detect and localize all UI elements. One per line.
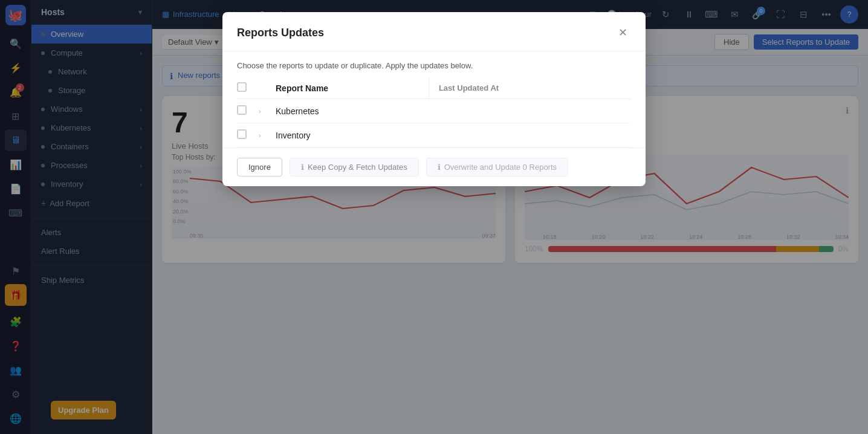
row-inventory-name: Inventory (276, 123, 429, 147)
modal-title: Reports Updates (237, 27, 324, 39)
modal-header: Reports Updates ✕ (222, 12, 646, 51)
row-inventory-checkbox[interactable] (237, 129, 247, 139)
col-expand (259, 77, 276, 99)
ignore-button[interactable]: Ignore (237, 158, 282, 177)
keep-copy-label: Keep Copy & Fetch Updates (308, 163, 407, 172)
modal-overlay: Reports Updates ✕ Choose the reports to … (152, 0, 868, 434)
col-report-name: Report Name (276, 77, 429, 99)
col-last-updated: Last Updated At (429, 77, 631, 99)
info-icon-copy: ℹ (301, 163, 304, 172)
modal-description: Choose the reports to update or duplicat… (222, 51, 646, 77)
row-inventory-checkbox-cell (237, 123, 259, 147)
modal-body: Report Name Last Updated At (222, 77, 646, 147)
overwrite-label: Overwrite and Update 0 Reports (444, 163, 557, 172)
select-all-checkbox[interactable] (237, 82, 247, 92)
reports-table: Report Name Last Updated At (237, 77, 631, 147)
modal-footer: Ignore ℹ Keep Copy & Fetch Updates ℹ Ove… (222, 147, 646, 186)
row-kubernetes-expand[interactable]: › (259, 99, 276, 123)
keep-copy-button[interactable]: ℹ Keep Copy & Fetch Updates (290, 158, 419, 177)
reports-updates-modal: Reports Updates ✕ Choose the reports to … (222, 12, 646, 186)
row-kubernetes-checkbox-cell (237, 99, 259, 123)
row-inventory-expand[interactable]: › (259, 123, 276, 147)
row-inventory-date (429, 123, 631, 147)
modal-close-button[interactable]: ✕ (614, 24, 631, 41)
row-kubernetes-checkbox[interactable] (237, 105, 247, 115)
row-kubernetes-name: Kubernetes (276, 99, 429, 123)
table-row: › Kubernetes (237, 99, 631, 123)
overwrite-button[interactable]: ℹ Overwrite and Update 0 Reports (426, 158, 568, 177)
table-row: › Inventory (237, 123, 631, 147)
col-checkbox (237, 77, 259, 99)
info-icon-overwrite: ℹ (438, 163, 441, 172)
main-content: ▦ Infrastructure › Hosts › Overview ⊞ 🕐 … (152, 0, 868, 434)
row-kubernetes-date (429, 99, 631, 123)
